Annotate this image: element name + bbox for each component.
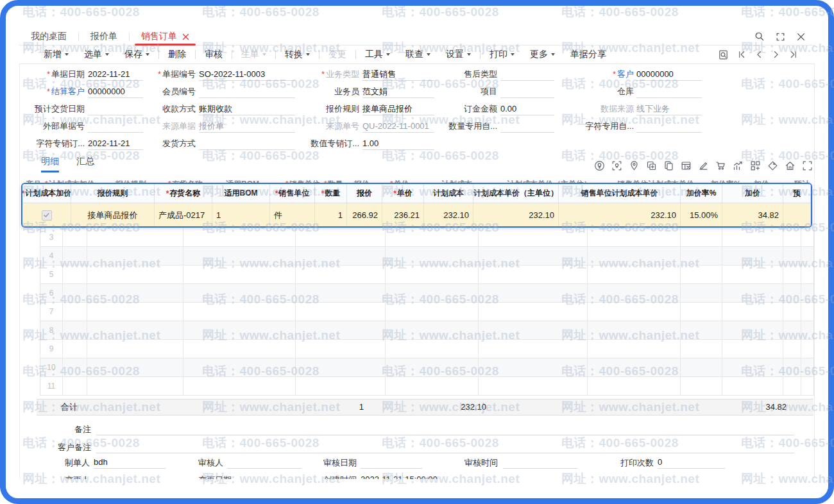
empty-cell xyxy=(479,377,588,395)
row-cell-markup-rate[interactable]: 15.00% xyxy=(681,203,722,227)
close-icon[interactable] xyxy=(796,32,806,42)
approver-field[interactable] xyxy=(227,457,302,469)
delivery-method-field[interactable] xyxy=(199,137,295,150)
toolbar-change-button[interactable]: 变更 xyxy=(328,49,346,60)
fullscreen-icon[interactable] xyxy=(802,160,813,171)
copy-plus-icon[interactable] xyxy=(646,160,657,171)
toolbar-separator xyxy=(195,50,196,59)
toolbar-delete-button[interactable]: 删除 xyxy=(168,49,186,60)
scan-bulb-icon[interactable] xyxy=(611,160,622,171)
toolbar-save-button[interactable]: 保存 xyxy=(124,49,149,60)
toolbar-print-button[interactable]: 打印 xyxy=(489,49,515,60)
home-icon[interactable] xyxy=(785,160,796,171)
deposit-amount-field[interactable]: 0.00 xyxy=(500,103,554,115)
trend-chart-icon[interactable] xyxy=(733,160,744,171)
after-sales-type-field[interactable] xyxy=(500,68,554,81)
row-cell-item-name[interactable]: 产成品-0217 xyxy=(155,203,212,227)
customer-field[interactable]: 00000000 xyxy=(636,68,702,81)
toolbar-select-doc-button[interactable]: 选单 xyxy=(84,49,109,60)
numeric-so-custom-field-field[interactable]: 1.00 xyxy=(362,137,434,150)
warehouse-field[interactable] xyxy=(636,85,702,98)
tab-quotation[interactable]: 报价单 xyxy=(79,28,129,45)
row-cell-planned-cost-unit-price-main[interactable]: 232.10 xyxy=(473,203,559,227)
toolbar-approve-button[interactable]: 审核 xyxy=(205,49,223,60)
row-cell-planned-cost[interactable]: 232.10 xyxy=(424,203,473,227)
toolbar-convert-button[interactable]: 转换 xyxy=(285,49,310,60)
maximize-icon[interactable] xyxy=(776,32,785,42)
row-checkbox[interactable] xyxy=(42,210,52,221)
edit-icon[interactable] xyxy=(698,160,709,171)
toolbar-generate-doc-button[interactable]: 生单 xyxy=(241,49,266,60)
bg-header-label: 产品 xyxy=(26,178,41,183)
prev-record-icon[interactable] xyxy=(754,50,763,59)
expected-delivery-date-field[interactable] xyxy=(88,103,143,115)
empty-cell xyxy=(783,340,801,358)
column-header-planned-cost-unit-price-main: 计划成本单价（主单位） xyxy=(473,184,559,203)
project-field[interactable] xyxy=(500,85,554,98)
toolbar-new-button[interactable]: 新增 xyxy=(44,49,69,60)
change-person-label: 变更人 xyxy=(48,474,90,479)
empty-cell xyxy=(63,340,87,358)
external-doc-number-field[interactable] xyxy=(88,120,143,133)
toolbar-share-doc-button[interactable]: 单据分享 xyxy=(570,49,606,60)
quote-rule-field[interactable]: 接单商品报价 xyxy=(362,103,434,115)
payment-method-field[interactable]: 账期收款 xyxy=(199,103,295,115)
row-cell-markup-amount[interactable]: 34.82 xyxy=(722,203,783,227)
qty-custom-field-field[interactable] xyxy=(500,120,554,133)
tab-summary[interactable]: 汇总 xyxy=(76,156,94,172)
char-so-custom-field-field[interactable]: 2022-11-21 xyxy=(88,137,143,150)
last-record-icon[interactable] xyxy=(789,50,798,59)
row-cell-quote-rule[interactable]: 接单商品报价 xyxy=(71,203,155,227)
row-cell-unit-price[interactable]: 236.21 xyxy=(382,203,424,227)
toolbar-tools-button[interactable]: 工具 xyxy=(365,49,390,60)
empty-cell xyxy=(681,358,722,376)
doc-number-field[interactable]: SO-2022-11-0003 xyxy=(199,68,295,81)
tab-my-desktop[interactable]: 我的桌面 xyxy=(19,28,78,45)
next-record-icon[interactable] xyxy=(772,50,781,59)
source-doc-type-field[interactable]: 报价单 xyxy=(199,120,295,133)
empty-cell xyxy=(588,303,681,321)
paste-icon[interactable] xyxy=(663,160,674,171)
tag-icon[interactable] xyxy=(767,160,778,171)
toolbar-more-button[interactable]: 更多 xyxy=(530,49,555,60)
toolbar-linked-query-button[interactable]: 联查 xyxy=(405,49,430,60)
bg-header-label: 单价 xyxy=(390,178,409,183)
approve-date-field[interactable] xyxy=(361,457,422,469)
settlement-customer-field[interactable]: 00000000 xyxy=(88,85,143,98)
close-tab-icon[interactable] xyxy=(182,33,189,40)
chevron-down-icon xyxy=(105,53,109,56)
layout-plus-icon[interactable] xyxy=(750,160,761,171)
char-custom-field-field[interactable] xyxy=(636,120,702,133)
member-number-field[interactable] xyxy=(199,85,295,98)
row-cell-quantity[interactable]: 1 xyxy=(315,203,347,227)
table-delete-icon[interactable] xyxy=(681,160,692,171)
row-cell-quote-price[interactable]: 266.92 xyxy=(347,203,382,227)
approve-time-field[interactable] xyxy=(503,457,577,469)
row-cell-planned-cost-markup[interactable] xyxy=(22,203,71,227)
salesperson-field[interactable]: 范文娟 xyxy=(362,85,434,98)
row-cell-sales-unit[interactable]: 件 xyxy=(270,203,315,227)
remark-input[interactable] xyxy=(96,423,794,435)
row-cell-bom[interactable]: 1 xyxy=(212,203,270,227)
cart-icon[interactable] xyxy=(715,160,726,171)
doc-search-icon[interactable] xyxy=(718,49,729,60)
tab-detail[interactable]: 明细 xyxy=(41,156,59,172)
search-icon[interactable] xyxy=(754,31,765,42)
row-cell-pre-clipped[interactable] xyxy=(783,203,811,227)
tab-sales-order[interactable]: 销售订单 xyxy=(130,28,201,45)
business-type-field[interactable]: 普通销售 xyxy=(362,68,434,81)
first-record-icon[interactable] xyxy=(737,50,746,59)
location-icon[interactable] xyxy=(629,160,640,171)
customer-remark-input[interactable] xyxy=(96,441,794,453)
bg-header-label: 加价率% xyxy=(711,178,741,183)
bulb-circle-icon[interactable] xyxy=(594,160,605,171)
source-doc-number-field[interactable]: QU-2022-11-0001 xyxy=(362,120,434,133)
row-cell-sales-unit-planned-cost-price[interactable]: 232.10 xyxy=(559,203,681,227)
creator-field[interactable]: bdh xyxy=(94,457,166,469)
toolbar-settings-button[interactable]: 设置 xyxy=(446,49,471,60)
doc-date-field[interactable]: 2022-11-21 xyxy=(88,68,143,81)
column-header-label: 计划成本单价（主单位） xyxy=(473,188,558,199)
empty-cell xyxy=(183,265,296,283)
data-source-field[interactable]: 线下业务 xyxy=(636,103,702,115)
print-count-field[interactable]: 0 xyxy=(658,457,725,469)
